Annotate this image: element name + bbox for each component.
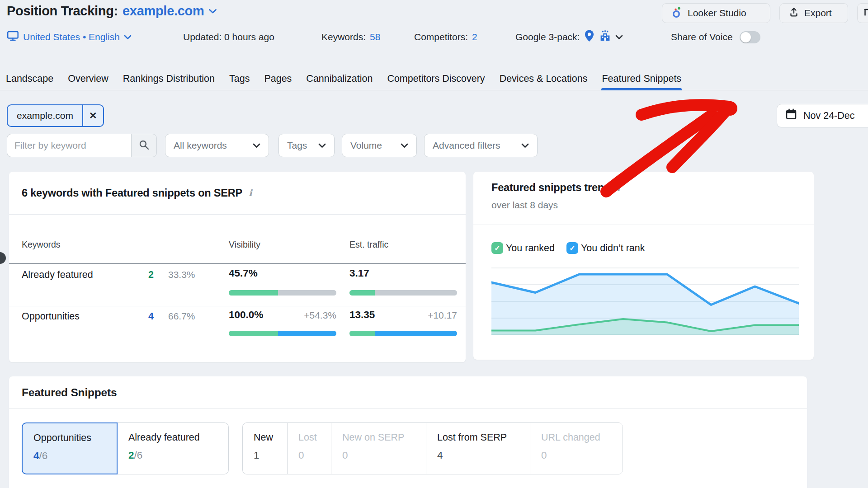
search-button[interactable] [131, 134, 157, 157]
tags-label: Tags [287, 140, 307, 151]
filter-tab-label: Opportunities [33, 432, 117, 444]
toggle-knob [741, 32, 751, 42]
tab-competitors-discovery[interactable]: Competitors Discovery [387, 69, 485, 90]
chevron-down-icon [401, 143, 408, 148]
status-tab-lost: Lost 0 [287, 423, 331, 474]
google-3pack-selector[interactable]: Google 3-pack: [515, 28, 623, 46]
keywords-label: Keywords: [321, 32, 366, 42]
info-icon[interactable]: i [249, 188, 252, 198]
tags-dropdown[interactable]: Tags [278, 134, 335, 157]
checkbox-checked-icon[interactable]: ✓ [491, 242, 503, 254]
featured-snippets-list-card: Featured Snippets Opportunities 4/6 Alre… [9, 376, 807, 488]
keywords-count: Keywords: 58 [321, 28, 380, 46]
share-of-voice-label: Share of Voice [671, 32, 733, 42]
competitors-value-link[interactable]: 2 [472, 32, 477, 42]
trend-card-title: Featured snippets trend [491, 182, 610, 194]
featured-snippets-summary-card: 6 keywords with Featured snippets on SER… [9, 172, 466, 362]
column-header-est-traffic: Est. traffic [349, 239, 388, 250]
project-name-link[interactable]: example.com [123, 4, 204, 19]
export-button[interactable]: Export [779, 3, 848, 23]
tab-landscape[interactable]: Landscape [5, 69, 54, 90]
date-range-picker[interactable]: Nov 24-Dec [777, 104, 868, 127]
row-divider [9, 306, 466, 306]
column-header-visibility: Visibility [229, 239, 260, 250]
row-label-already-featured: Already featured [22, 269, 93, 281]
est-traffic-value: 3.17 [349, 267, 369, 279]
summary-card-title: 6 keywords with Featured snippets on SER… [22, 187, 242, 199]
chip-close-icon[interactable]: ✕ [82, 105, 103, 126]
volume-label: Volume [350, 140, 382, 151]
export-icon [789, 7, 799, 19]
visibility-delta: +54.3% [279, 310, 336, 321]
share-of-voice-control: Share of Voice [671, 28, 760, 46]
filter-tab-total: /6 [39, 450, 48, 461]
est-traffic-value: 13.35 [349, 309, 375, 321]
domain-chip-label: example.com [8, 105, 82, 126]
tab-pages[interactable]: Pages [264, 69, 292, 90]
chevron-down-icon [318, 143, 326, 148]
tab-cannibalization[interactable]: Cannibalization [306, 69, 373, 90]
est-traffic-bar [349, 331, 457, 336]
filter-tab-total: /6 [134, 450, 143, 461]
est-traffic-bar [349, 290, 457, 296]
trend-card-subtitle: over last 8 days [491, 200, 796, 211]
filter-tab-value: 2 [128, 450, 134, 461]
visibility-value: 45.7% [229, 267, 258, 279]
status-tab-new[interactable]: New 1 [243, 423, 287, 474]
legend-you-ranked: ✓ You ranked [491, 242, 555, 254]
column-header-keywords: Keywords [22, 239, 61, 250]
legend-label: You ranked [506, 243, 555, 254]
google-3pack-label: Google 3-pack: [515, 32, 580, 42]
filter-tab-already-featured[interactable]: Already featured 2/6 [118, 422, 229, 474]
filter-tab-opportunities[interactable]: Opportunities 4/6 [22, 422, 118, 474]
screen-edge-artifact [0, 252, 6, 264]
all-keywords-label: All keywords [174, 140, 227, 151]
competitors-label: Competitors: [414, 32, 468, 42]
header-divider [9, 263, 466, 264]
visibility-bar [229, 290, 336, 296]
status-tab-new-on-serp: New on SERP 0 [331, 423, 426, 474]
looker-studio-button[interactable]: Looker Studio [662, 3, 770, 23]
looker-studio-icon [671, 6, 682, 20]
row-count-link[interactable]: 4 [148, 311, 154, 322]
keywords-value-link[interactable]: 58 [370, 32, 380, 42]
row-count-link[interactable]: 2 [148, 269, 154, 281]
filter-tab-label: Already featured [128, 432, 228, 443]
extra-toolbar-button[interactable] [857, 3, 868, 23]
legend-label: You didn’t rank [581, 243, 645, 254]
filter-tab-value: 4 [33, 450, 39, 461]
all-keywords-dropdown[interactable]: All keywords [165, 134, 269, 157]
visibility-bar [229, 331, 336, 336]
search-icon [138, 139, 150, 152]
chevron-down-icon [615, 35, 623, 40]
tab-overview[interactable]: Overview [67, 69, 109, 90]
updated-status: Updated: 0 hours ago [183, 28, 274, 46]
snippets-card-title: Featured Snippets [9, 376, 807, 409]
volume-dropdown[interactable]: Volume [342, 134, 417, 157]
chevron-down-icon [253, 143, 260, 148]
advanced-filters-dropdown[interactable]: Advanced filters [424, 134, 538, 157]
row-share: 66.7% [168, 311, 195, 322]
checkbox-checked-icon[interactable]: ✓ [566, 242, 578, 254]
page-title-label: Position Tracking: [7, 4, 118, 19]
featured-snippets-trend-card: Featured snippets trend i over last 8 da… [473, 172, 814, 360]
domain-filter-chip: example.com ✕ [7, 104, 104, 127]
red-arrow-annotation [599, 86, 748, 198]
primary-filter-tabs: Opportunities 4/6 Already featured 2/6 [22, 422, 229, 474]
legend-you-didnt-rank: ✓ You didn’t rank [566, 242, 645, 254]
trend-legend: ✓ You ranked ✓ You didn’t rank [491, 242, 645, 254]
status-tab-lost-from-serp[interactable]: Lost from SERP 4 [426, 423, 530, 474]
tab-rankings-distribution[interactable]: Rankings Distribution [123, 69, 215, 90]
page-title: Position Tracking: example.com [7, 4, 217, 19]
keyword-filter-input[interactable] [7, 134, 131, 157]
date-range-label: Nov 24-Dec [803, 110, 855, 122]
chevron-down-icon[interactable] [208, 9, 217, 14]
calendar-icon [785, 108, 797, 123]
tab-devices-locations[interactable]: Devices & Locations [499, 69, 588, 90]
share-of-voice-toggle[interactable] [740, 31, 760, 43]
monitor-icon [7, 30, 19, 44]
tab-tags[interactable]: Tags [229, 69, 250, 90]
chevron-down-icon [124, 35, 132, 40]
location-language-selector[interactable]: United States • English [7, 28, 132, 46]
map-pin-icon [584, 29, 595, 45]
